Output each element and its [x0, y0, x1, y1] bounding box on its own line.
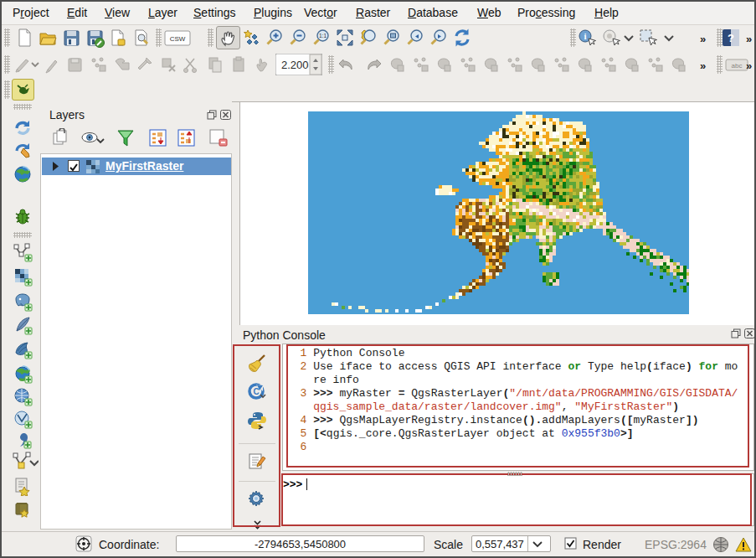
svg-text:CSW: CSW — [170, 35, 186, 43]
svg-text:»: » — [700, 59, 706, 72]
svg-text:2.200: 2.200 — [281, 59, 309, 71]
svg-text:i: i — [584, 31, 586, 41]
svg-text:1:1: 1:1 — [319, 33, 327, 39]
svg-text:abc: abc — [732, 62, 743, 70]
svg-text:»: » — [700, 33, 706, 45]
svg-text:»: » — [746, 59, 752, 72]
svg-text:?: ? — [728, 32, 734, 44]
svg-text:»: » — [746, 33, 752, 45]
